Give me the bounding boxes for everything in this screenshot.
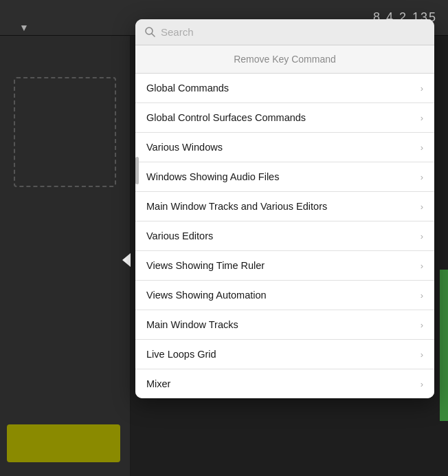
chevron-right-icon: ›	[421, 142, 423, 153]
menu-item-views-automation[interactable]: Views Showing Automation ›	[135, 281, 434, 310]
menu-item-global-control-surfaces[interactable]: Global Control Surfaces Commands ›	[135, 103, 434, 133]
search-input[interactable]	[161, 26, 425, 38]
menu-item-label: Various Windows	[146, 142, 223, 153]
menu-item-label: Windows Showing Audio Files	[146, 171, 279, 182]
dropdown-panel: Remove Key Command Global Commands › Glo…	[135, 19, 434, 398]
search-bar[interactable]	[135, 19, 434, 45]
dropdown-arrow-icon: ▼	[19, 22, 29, 33]
remove-key-command[interactable]: Remove Key Command	[135, 45, 434, 74]
scrollbar-thumb[interactable]	[135, 157, 139, 184]
app-background: 8 4 2 135 ▼ Remove Key Command	[0, 0, 448, 476]
menu-item-label: Global Control Surfaces Commands	[146, 112, 306, 123]
menu-item-label: Views Showing Time Ruler	[146, 260, 265, 271]
menu-item-label: Mixer	[146, 378, 170, 389]
menu-item-label: Main Window Tracks	[146, 319, 238, 330]
chevron-right-icon: ›	[421, 290, 423, 301]
menu-item-label: Global Commands	[146, 83, 229, 94]
menu-item-main-window-tracks[interactable]: Main Window Tracks ›	[135, 310, 434, 340]
menu-item-various-windows[interactable]: Various Windows ›	[135, 133, 434, 162]
search-icon	[145, 27, 155, 37]
chevron-right-icon: ›	[421, 172, 423, 182]
left-panel	[0, 36, 131, 476]
chevron-right-icon: ›	[421, 113, 423, 123]
panel-arrow-indicator	[122, 253, 131, 267]
menu-item-label: Views Showing Automation	[146, 290, 267, 301]
left-panel-dashed-box	[14, 77, 116, 187]
chevron-right-icon: ›	[421, 349, 423, 360]
chevron-right-icon: ›	[421, 320, 423, 330]
chevron-right-icon: ›	[421, 202, 423, 212]
menu-list: Global Commands › Global Control Surface…	[135, 74, 434, 398]
svg-line-1	[152, 34, 155, 36]
menu-item-live-loops-grid[interactable]: Live Loops Grid ›	[135, 340, 434, 369]
menu-item-global-commands[interactable]: Global Commands ›	[135, 74, 434, 103]
bottom-left-box	[7, 424, 120, 462]
menu-item-main-window-tracks-editors[interactable]: Main Window Tracks and Various Editors ›	[135, 192, 434, 221]
chevron-right-icon: ›	[421, 379, 423, 389]
chevron-right-icon: ›	[421, 231, 423, 241]
menu-item-label: Various Editors	[146, 230, 213, 241]
menu-item-views-time-ruler[interactable]: Views Showing Time Ruler ›	[135, 251, 434, 281]
chevron-right-icon: ›	[421, 83, 423, 94]
menu-item-label: Live Loops Grid	[146, 349, 216, 360]
menu-item-mixer[interactable]: Mixer ›	[135, 369, 434, 398]
menu-item-label: Main Window Tracks and Various Editors	[146, 201, 327, 212]
chevron-right-icon: ›	[421, 261, 423, 271]
menu-item-various-editors[interactable]: Various Editors ›	[135, 221, 434, 251]
menu-item-windows-audio-files[interactable]: Windows Showing Audio Files ›	[135, 162, 434, 192]
bottom-right-indicator	[440, 270, 448, 421]
